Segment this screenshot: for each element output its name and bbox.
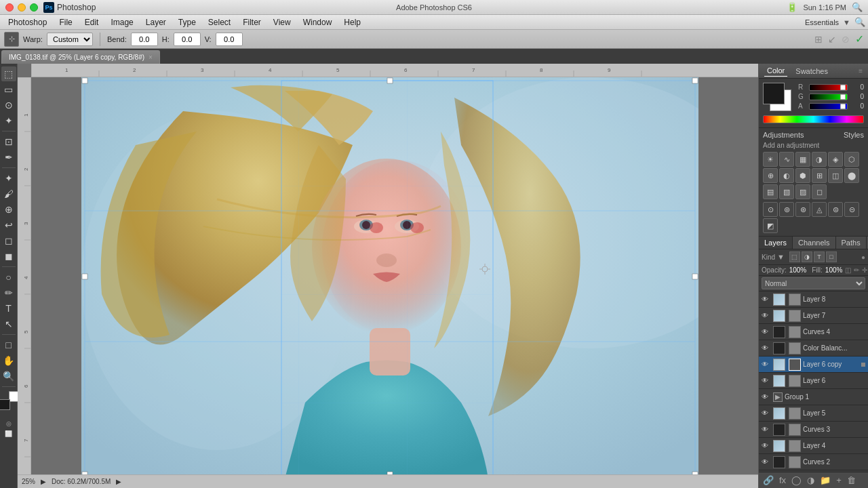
foreground-color[interactable]	[0, 399, 10, 410]
kind-dropdown[interactable]: ▼	[777, 253, 785, 261]
lock-position-icon[interactable]: ✛	[862, 266, 867, 274]
layer-visibility-toggle[interactable]: 👁	[762, 328, 771, 336]
layer-visibility-toggle[interactable]: 👁	[762, 361, 771, 368]
selective-adj[interactable]: ◻	[812, 184, 827, 199]
gradient-map-adj[interactable]: ▨	[795, 184, 810, 199]
layer-new-icon[interactable]: +	[836, 475, 842, 485]
bw-adj[interactable]: ◐	[779, 168, 794, 183]
layers-tab[interactable]: Layers	[759, 237, 793, 249]
quick-mask-btn[interactable]: ◎	[6, 420, 12, 427]
menu-select[interactable]: Select	[203, 16, 236, 28]
styles-label[interactable]: Styles	[844, 131, 864, 139]
color-panel-menu[interactable]: ≡	[859, 67, 863, 75]
type-tool[interactable]: T	[1, 301, 16, 316]
commit-transform-button[interactable]: ✓	[855, 33, 864, 45]
layer-visibility-toggle[interactable]: 👁	[762, 393, 771, 401]
lasso-tool[interactable]: ⊙	[1, 98, 16, 113]
paths-tab[interactable]: Paths	[836, 237, 867, 249]
layer-row[interactable]: 👁Layer 7	[759, 308, 868, 324]
menu-help[interactable]: Help	[338, 16, 366, 28]
layer-link-icon[interactable]: 🔗	[763, 475, 774, 485]
shape-tool[interactable]: □	[1, 338, 16, 352]
essentials-label[interactable]: Essentials	[805, 18, 839, 26]
crop-tool[interactable]: ⊡	[1, 134, 16, 149]
layer-style-icon[interactable]: fx	[779, 475, 786, 485]
color-spectrum-bar[interactable]	[763, 115, 864, 123]
blend-mode-select[interactable]: Normal	[762, 277, 865, 289]
canvas-background[interactable]	[31, 77, 749, 479]
menu-filter[interactable]: Filter	[237, 16, 267, 28]
layer-visibility-toggle[interactable]: 👁	[762, 377, 771, 384]
filter-pixel[interactable]: ⬚	[789, 251, 800, 262]
warp-check-icon[interactable]: ↙	[828, 34, 836, 45]
menu-layer[interactable]: Layer	[140, 16, 172, 28]
layer-group-icon[interactable]: 📁	[820, 475, 831, 485]
close-button[interactable]	[5, 3, 14, 12]
menu-image[interactable]: Image	[105, 16, 138, 28]
layer-visibility-toggle[interactable]: 👁	[762, 409, 771, 417]
mask-adj2[interactable]: ⊚	[779, 202, 794, 217]
layer-adj-icon[interactable]: ◑	[807, 475, 814, 485]
status-triangle[interactable]: ▶	[41, 478, 46, 485]
healing-tool[interactable]: ✦	[1, 171, 16, 186]
mask-adj1[interactable]: ⊙	[763, 202, 778, 217]
colormatch-adj[interactable]: ◫	[828, 168, 843, 183]
brightness-adj[interactable]: ☀	[763, 152, 778, 167]
channels-tab[interactable]: Channels	[793, 237, 835, 249]
mask-adj6[interactable]: ⊝	[844, 202, 859, 217]
status-arrow[interactable]: ▶	[116, 478, 121, 485]
g-slider[interactable]	[809, 94, 848, 100]
layer-visibility-toggle[interactable]: 👁	[762, 426, 771, 433]
layer-visibility-toggle[interactable]: 👁	[762, 344, 771, 352]
screen-mode-btn[interactable]: ⬜	[5, 430, 12, 437]
history-tool[interactable]: ↩	[1, 218, 16, 232]
filter-toggle[interactable]: ●	[861, 253, 865, 261]
document-tab[interactable]: IMG_0138.tif @ 25% (Layer 6 copy, RGB/8#…	[1, 50, 160, 64]
eraser-tool[interactable]: ◻	[1, 233, 16, 248]
filter-shape[interactable]: □	[826, 251, 837, 262]
h-input[interactable]	[174, 33, 201, 46]
brush-tool[interactable]: 🖌	[1, 186, 16, 201]
marquee-tool[interactable]: ▭	[1, 82, 16, 97]
hand-tool[interactable]: ✋	[1, 353, 16, 368]
fill-value[interactable]: 100%	[825, 266, 843, 274]
menu-window[interactable]: Window	[298, 16, 338, 28]
layer-visibility-toggle[interactable]: 👁	[762, 312, 771, 319]
layer-row[interactable]: 👁▶Group 1	[759, 389, 868, 405]
layer-visibility-toggle[interactable]: 👁	[762, 442, 771, 449]
menu-edit[interactable]: Edit	[79, 16, 104, 28]
mask-adj5[interactable]: ⊜	[828, 202, 843, 217]
color-tab[interactable]: Color	[764, 65, 787, 77]
menu-photoshop[interactable]: Photoshop	[3, 16, 52, 28]
layer-row[interactable]: 👁Layer 5	[759, 405, 868, 422]
move-tool[interactable]: ⬚	[1, 66, 16, 81]
curves-adj[interactable]: ∿	[779, 152, 794, 167]
v-input[interactable]	[216, 33, 243, 46]
exposure-adj[interactable]: ◑	[812, 152, 827, 167]
layer-row[interactable]: 👁Layer 6	[759, 373, 868, 389]
path-selection-tool[interactable]: ↖	[1, 317, 16, 331]
colorbalance-adj[interactable]: ⊕	[763, 168, 778, 183]
layer-row[interactable]: 👁Color Balanc...	[759, 340, 868, 357]
channelmixer-adj[interactable]: ⊞	[812, 168, 827, 183]
lock-transparent-icon[interactable]: ◫	[845, 266, 851, 274]
mask-adj4[interactable]: ◬	[812, 202, 827, 217]
layer-row[interactable]: 👁Curves 4	[759, 324, 868, 340]
zoom-tool[interactable]: 🔍	[1, 369, 16, 384]
wand-tool[interactable]: ✦	[1, 113, 16, 128]
mask-adj3[interactable]: ⊛	[795, 202, 810, 217]
foreground-swatch[interactable]	[763, 83, 785, 104]
canvas-document[interactable]	[81, 77, 698, 479]
stamp-tool[interactable]: ⊕	[1, 202, 16, 217]
b-slider[interactable]	[809, 103, 848, 110]
menu-file[interactable]: File	[54, 16, 77, 28]
threshold-adj[interactable]: ▧	[779, 184, 794, 199]
layer-visibility-toggle[interactable]: 👁	[762, 296, 771, 303]
minimize-button[interactable]	[18, 3, 26, 12]
tab-close-button[interactable]: ×	[149, 54, 153, 61]
layer-mask-icon[interactable]: ◯	[791, 475, 802, 485]
filter-type[interactable]: T	[814, 251, 825, 262]
levels-adj[interactable]: ▦	[795, 152, 810, 167]
cancel-transform-button[interactable]: ⊘	[842, 34, 850, 45]
lock-pixels-icon[interactable]: ✏	[854, 266, 859, 274]
